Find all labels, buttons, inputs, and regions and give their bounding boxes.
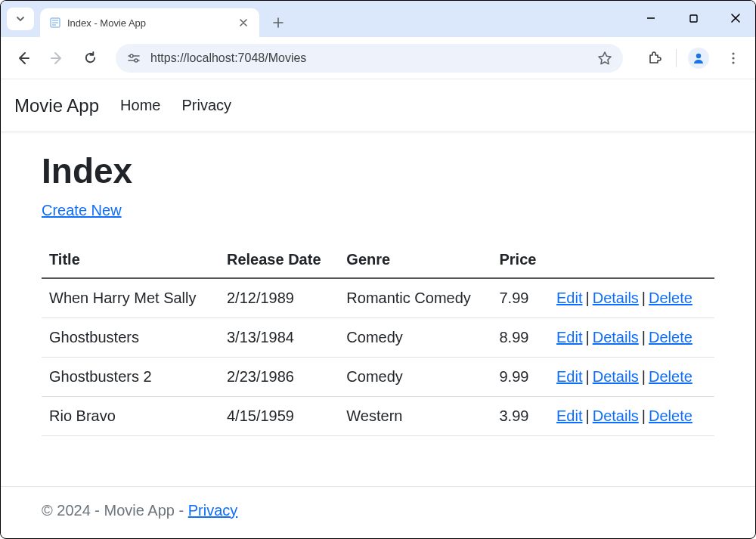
app-navbar: Movie App Home Privacy [1,79,755,132]
back-button[interactable] [10,45,37,72]
reload-icon [83,51,98,65]
col-genre: Genre [339,242,491,278]
separator [676,49,677,67]
cell-release-date: 2/12/1989 [219,278,339,318]
person-icon [691,51,706,66]
cell-actions: Edit|Details|Delete [549,397,714,436]
svg-point-10 [696,53,701,57]
site-settings-icon[interactable] [126,51,141,66]
close-icon [240,19,247,26]
puzzle-icon [646,51,662,66]
delete-link[interactable]: Delete [649,290,692,306]
delete-link[interactable]: Delete [649,368,692,385]
cell-release-date: 2/23/1986 [219,358,339,397]
separator: | [582,407,592,424]
table-row: When Harry Met Sally2/12/1989Romantic Co… [42,278,714,318]
tab-title: Index - Movie App [67,17,231,29]
nav-link-privacy[interactable]: Privacy [181,97,231,114]
bookmark-button[interactable] [597,51,612,66]
footer-text: © 2024 - Movie App - [42,502,188,519]
details-link[interactable]: Details [593,368,639,385]
cell-price: 9.99 [492,358,550,397]
svg-point-13 [732,61,734,64]
details-link[interactable]: Details [593,329,639,345]
col-title: Title [42,242,219,278]
edit-link[interactable]: Edit [556,290,582,306]
col-release-date: Release Date [219,242,339,278]
edit-link[interactable]: Edit [556,368,582,385]
create-new-link[interactable]: Create New [42,202,122,218]
browser-toolbar [1,37,755,79]
reload-button[interactable] [76,45,104,72]
close-icon [730,13,741,23]
cell-genre: Romantic Comedy [339,278,491,318]
url-input[interactable] [150,51,588,65]
cell-actions: Edit|Details|Delete [549,358,714,397]
svg-point-7 [130,54,133,57]
plus-icon [273,17,284,28]
cell-price: 7.99 [492,278,550,318]
tab-close-button[interactable] [237,16,250,29]
svg-point-11 [732,52,734,54]
kebab-icon [727,51,740,65]
brand-link[interactable]: Movie App [14,95,99,116]
separator: | [582,329,592,345]
arrow-left-icon [16,51,31,66]
svg-point-9 [135,59,138,62]
close-window-button[interactable] [722,7,749,29]
tab-search-dropdown[interactable] [7,8,34,30]
maximize-icon [689,14,699,23]
star-icon [597,51,612,66]
avatar [688,48,709,69]
chevron-down-icon [16,14,25,23]
movies-table: Title Release Date Genre Price When Harr… [42,242,714,436]
edit-link[interactable]: Edit [556,407,582,424]
main-container: Index Create New Title Release Date Genr… [1,132,755,459]
cell-price: 8.99 [492,318,550,358]
browser-tab-strip: Index - Movie App [1,1,755,37]
edit-link[interactable]: Edit [556,329,582,345]
menu-button[interactable] [720,45,746,71]
cell-release-date: 4/15/1959 [219,397,339,436]
cell-genre: Western [339,397,491,436]
separator: | [582,290,592,306]
cell-actions: Edit|Details|Delete [549,278,714,318]
separator: | [639,407,649,424]
cell-genre: Comedy [339,358,491,397]
cell-actions: Edit|Details|Delete [549,318,714,358]
page-title: Index [42,150,714,191]
table-row: Ghostbusters 22/23/1986Comedy9.99Edit|De… [42,358,714,397]
separator: | [639,329,649,345]
new-tab-button[interactable] [267,11,290,34]
table-row: Ghostbusters3/13/1984Comedy8.99Edit|Deta… [42,318,714,358]
browser-tab[interactable]: Index - Movie App [40,8,259,37]
maximize-button[interactable] [680,7,707,29]
minimize-icon [646,13,656,23]
separator: | [639,290,649,306]
nav-link-home[interactable]: Home [120,97,160,114]
window-controls [637,7,749,29]
table-row: Rio Bravo4/15/1959Western3.99Edit|Detail… [42,397,714,436]
col-actions [549,242,714,278]
separator: | [639,368,649,385]
arrow-right-icon [49,51,64,66]
cell-release-date: 3/13/1984 [219,318,339,358]
profile-button[interactable] [686,45,711,71]
delete-link[interactable]: Delete [649,407,692,424]
cell-title: Rio Bravo [42,397,219,436]
details-link[interactable]: Details [593,407,639,424]
forward-button[interactable] [43,45,70,72]
table-header-row: Title Release Date Genre Price [42,242,714,278]
delete-link[interactable]: Delete [649,329,692,345]
footer: © 2024 - Movie App - Privacy [1,486,755,534]
cell-title: Ghostbusters 2 [42,358,219,397]
footer-privacy-link[interactable]: Privacy [188,502,238,519]
details-link[interactable]: Details [593,290,639,306]
address-bar[interactable] [116,44,623,73]
page-favicon-icon [49,17,61,29]
toolbar-right [641,45,746,71]
svg-point-12 [732,57,734,59]
minimize-button[interactable] [637,7,665,29]
cell-title: Ghostbusters [42,318,219,358]
extensions-button[interactable] [641,45,667,71]
